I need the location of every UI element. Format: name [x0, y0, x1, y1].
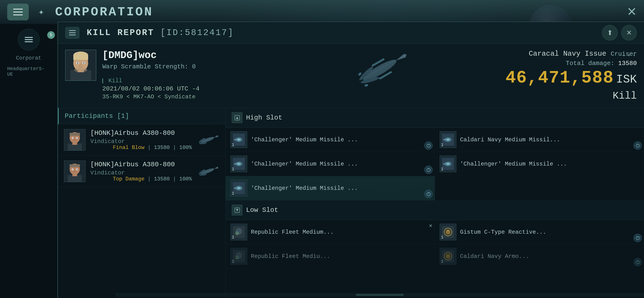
participant-2-damage-value: 13580 [154, 176, 170, 182]
sidebar-corp-label: Corporat [0, 55, 57, 61]
svg-text:+: + [236, 232, 238, 235]
notification-badge: 5 [47, 31, 55, 39]
more-options-button[interactable]: ··· [621, 51, 637, 61]
ship-silhouette [332, 46, 428, 94]
equip-icon-1: 1 [230, 131, 247, 148]
panel-actions: ⬆ ✕ [602, 25, 637, 41]
participant-2-pct: 100% [179, 176, 192, 182]
svg-point-12 [83, 62, 84, 64]
equip-icon-5: 1 [230, 180, 247, 197]
high-slot-item-3[interactable]: 1 'Challenger' Medium Missile ... [226, 152, 435, 176]
svg-marker-15 [395, 53, 408, 62]
damage-label-text: Total damage: [566, 60, 614, 67]
svg-rect-60 [443, 139, 446, 140]
kill-info-header: [DMDG]woc Warp Scramble Strength: 0 Kill… [58, 44, 644, 108]
top-bar: ✦ CORPORATION ✕ [0, 0, 644, 24]
low-slot-item-1[interactable]: + 1 Republic Fleet Medium... ✕ [226, 220, 435, 244]
high-slot-item-4[interactable]: 1 'Challenger' Medium Missile ... [435, 152, 644, 176]
svg-point-65 [237, 163, 241, 165]
low-equip-badge-4 [634, 258, 642, 266]
sidebar-hq-label: HeadquarterS-UE [5, 66, 52, 77]
low-slot-label: Low Slot [246, 206, 278, 214]
equip-badge-1 [424, 141, 433, 150]
equip-badge-5 [424, 190, 433, 198]
participant-1-ship: Vindicator [90, 138, 192, 145]
low-slot-item-4[interactable]: 1 Caldari Navy Armo... [435, 244, 644, 268]
equip-name-3: 'Challenger' Medium Missile ... [251, 161, 430, 167]
ship-class: Caracal Navy Issue Cruiser [506, 50, 637, 58]
low-equip-icon-4: 1 [440, 248, 456, 265]
main-menu-button[interactable] [7, 4, 29, 20]
participant-2-info: [HONK]Airbus A380-800 Vindicator Top Dam… [90, 161, 192, 182]
high-slot-item-2[interactable]: 1 Caldari Navy Medium Missil... [435, 128, 644, 152]
kill-label: Kill [102, 77, 506, 84]
svg-rect-2 [25, 41, 33, 42]
panel-header: KILL REPORT [ID:5812417] ⬆ ✕ [58, 22, 644, 44]
equip-name-5: 'Challenger' Medium Missile ... [251, 185, 430, 192]
victim-warp-scramble: Warp Scramble Strength: 0 [102, 63, 506, 70]
equip-icon-4: 1 [440, 156, 456, 172]
victim-portrait [65, 50, 96, 81]
export-button[interactable]: ⬆ [602, 25, 618, 41]
svg-rect-0 [25, 37, 33, 38]
high-slot-item-5[interactable]: 1 'Challenger' Medium Missile ... [226, 176, 435, 200]
svg-point-13 [74, 68, 87, 72]
corp-nav-button[interactable]: 5 [18, 29, 40, 50]
low-equip-name-2: Gistum C-Type Reactive... [460, 229, 639, 235]
svg-point-19 [364, 84, 368, 87]
corp-logo: ✦ CORPORATION [38, 5, 153, 19]
panel-close-button[interactable]: ✕ [621, 25, 637, 41]
kill-meta: Kill 2021/08/02 00:06:06 UTC -4 35-RK9 <… [102, 77, 506, 100]
svg-point-59 [446, 138, 450, 141]
svg-marker-80 [236, 209, 238, 211]
participant-row[interactable]: [HONK]Airbus A380-800 Vindicator Final B… [58, 124, 226, 156]
kill-report-panel: KILL REPORT [ID:5812417] ⬆ ✕ [58, 22, 644, 298]
close-icon: ✕ [626, 29, 632, 37]
participant-2-ship-thumb [196, 164, 220, 179]
equip-close-button[interactable]: ✕ [429, 222, 432, 229]
kill-type-right: Kill [506, 90, 637, 102]
svg-rect-1 [25, 39, 33, 40]
participants-header-text: Participants [1] [65, 112, 129, 120]
participant-1-info: [HONK]Airbus A380-800 Vindicator Final B… [90, 129, 192, 151]
victim-info: [DMDG]woc Warp Scramble Strength: 0 Kill… [102, 50, 506, 100]
panel-title: KILL REPORT [ID:5812417] [87, 28, 602, 38]
high-slot-grid: 1 'Challenger' Medium Missile ... [226, 128, 644, 176]
low-slot-item-2[interactable]: 1 Gistum C-Type Reactive... [435, 220, 644, 244]
svg-rect-27 [70, 133, 80, 136]
kill-type-indicator: Kill [108, 77, 122, 84]
ship-name: Caracal Navy Issue [529, 50, 606, 58]
panel-title-id: [ID:5812417] [160, 28, 234, 38]
svg-point-96 [446, 254, 450, 259]
kill-stats: Caracal Navy Issue Cruiser Total damage:… [506, 50, 637, 102]
equip-badge-2 [634, 141, 642, 150]
participant-1-damage: Final Blow | 13580 | 100% [90, 145, 192, 151]
low-equip-name-1: Republic Fleet Medium... [251, 229, 430, 235]
equip-name-4: 'Challenger' Medium Missile ... [460, 161, 639, 167]
equip-icon-2: 1 [440, 131, 456, 148]
high-slot-item-1[interactable]: 1 'Challenger' Medium Missile ... [226, 128, 435, 152]
participant-row[interactable]: [HONK]Airbus A380-800 Vindicator Top Dam… [58, 156, 226, 187]
high-slot-grid-2: 1 'Challenger' Medium Missile ... [226, 176, 644, 200]
hamburger-icon [23, 34, 35, 46]
panel-menu-button[interactable] [65, 27, 80, 39]
low-equip-badge-2 [634, 234, 642, 242]
low-slot-icon [232, 205, 242, 215]
equip-name-2: Caldari Navy Medium Missil... [460, 136, 639, 143]
svg-rect-40 [70, 164, 80, 167]
low-equip-icon-1: + 1 [230, 224, 247, 240]
svg-point-75 [237, 187, 241, 189]
svg-rect-66 [234, 163, 237, 165]
svg-rect-54 [234, 139, 237, 140]
equip-name-1: 'Challenger' Medium Missile ... [251, 136, 430, 143]
participant-2-portrait [64, 161, 86, 182]
participant-1-pct: 100% [179, 145, 192, 151]
top-close-button[interactable]: ✕ [627, 5, 637, 19]
equip-icon-3: 1 [230, 156, 247, 172]
bottom-scrollbar[interactable] [116, 293, 644, 297]
scroll-thumb[interactable] [356, 294, 404, 296]
low-slot-item-3[interactable]: 1 Republic Fleet Mediu... [226, 244, 435, 268]
low-equip-icon-3: 1 [230, 248, 247, 265]
high-slot-label: High Slot [246, 114, 282, 121]
low-slot-header: Low Slot [226, 200, 644, 220]
